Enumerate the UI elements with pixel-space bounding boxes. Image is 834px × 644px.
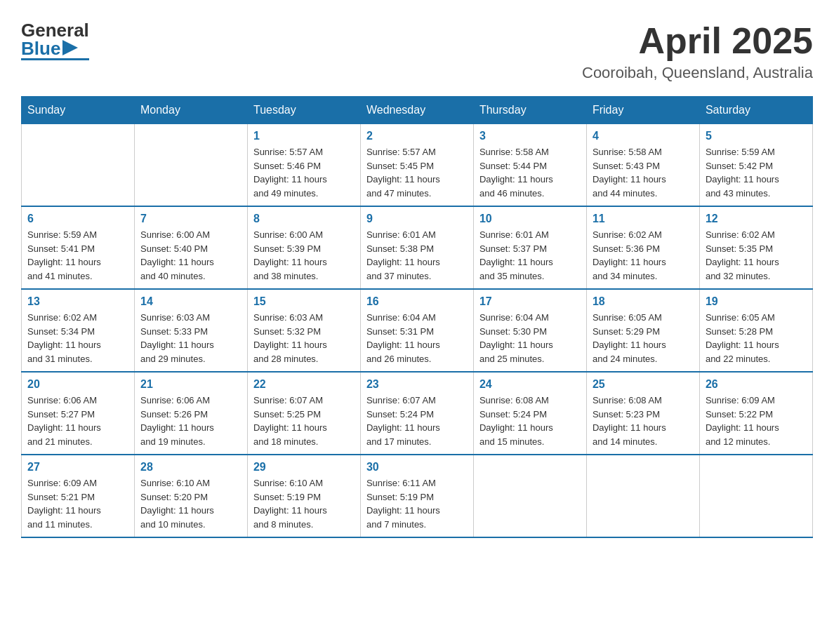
logo-general: General (21, 21, 89, 39)
calendar-cell: 12Sunrise: 6:02 AM Sunset: 5:35 PM Dayli… (699, 206, 812, 289)
day-info: Sunrise: 6:01 AM Sunset: 5:37 PM Dayligh… (479, 228, 581, 283)
location-title: Cooroibah, Queensland, Australia (582, 64, 813, 82)
day-info: Sunrise: 6:07 AM Sunset: 5:25 PM Dayligh… (253, 394, 355, 448)
day-number: 8 (253, 213, 355, 225)
calendar-cell: 16Sunrise: 6:04 AM Sunset: 5:31 PM Dayli… (360, 289, 473, 372)
calendar-cell: 10Sunrise: 6:01 AM Sunset: 5:37 PM Dayli… (473, 206, 586, 289)
weekday-header-monday: Monday (134, 97, 247, 124)
day-info: Sunrise: 6:02 AM Sunset: 5:34 PM Dayligh… (27, 311, 128, 365)
calendar-cell: 9Sunrise: 6:01 AM Sunset: 5:38 PM Daylig… (360, 206, 473, 289)
day-info: Sunrise: 5:58 AM Sunset: 5:44 PM Dayligh… (479, 145, 581, 200)
calendar-cell: 17Sunrise: 6:04 AM Sunset: 5:30 PM Dayli… (473, 289, 586, 372)
day-number: 17 (479, 295, 581, 308)
calendar-cell: 27Sunrise: 6:09 AM Sunset: 5:21 PM Dayli… (22, 455, 135, 537)
day-info: Sunrise: 5:57 AM Sunset: 5:46 PM Dayligh… (253, 145, 355, 200)
calendar-cell: 24Sunrise: 6:08 AM Sunset: 5:24 PM Dayli… (473, 372, 586, 455)
logo-arrow-icon (62, 40, 78, 55)
day-info: Sunrise: 6:11 AM Sunset: 5:19 PM Dayligh… (366, 476, 468, 531)
calendar-cell: 30Sunrise: 6:11 AM Sunset: 5:19 PM Dayli… (360, 455, 473, 537)
day-info: Sunrise: 6:06 AM Sunset: 5:27 PM Dayligh… (27, 394, 128, 448)
calendar-cell: 26Sunrise: 6:09 AM Sunset: 5:22 PM Dayli… (699, 372, 812, 455)
day-info: Sunrise: 5:59 AM Sunset: 5:41 PM Dayligh… (27, 228, 128, 283)
day-info: Sunrise: 6:06 AM Sunset: 5:26 PM Dayligh… (140, 394, 241, 448)
day-number: 21 (140, 378, 241, 391)
calendar-cell (22, 124, 135, 207)
day-number: 18 (593, 295, 694, 308)
day-number: 1 (253, 130, 355, 142)
calendar-header-row: SundayMondayTuesdayWednesdayThursdayFrid… (22, 97, 813, 124)
calendar-week-row: 27Sunrise: 6:09 AM Sunset: 5:21 PM Dayli… (22, 455, 813, 537)
day-number: 19 (706, 295, 807, 308)
day-info: Sunrise: 5:59 AM Sunset: 5:42 PM Dayligh… (706, 145, 807, 200)
calendar-cell: 2Sunrise: 5:57 AM Sunset: 5:45 PM Daylig… (360, 124, 473, 207)
day-info: Sunrise: 6:05 AM Sunset: 5:29 PM Dayligh… (593, 311, 694, 365)
day-info: Sunrise: 5:58 AM Sunset: 5:43 PM Dayligh… (593, 145, 694, 200)
day-number: 10 (479, 213, 581, 225)
day-number: 27 (27, 461, 128, 474)
day-number: 28 (140, 461, 241, 474)
calendar-cell: 15Sunrise: 6:03 AM Sunset: 5:32 PM Dayli… (247, 289, 360, 372)
day-info: Sunrise: 6:03 AM Sunset: 5:32 PM Dayligh… (253, 311, 355, 365)
month-title: April 2025 (582, 21, 813, 61)
day-info: Sunrise: 6:00 AM Sunset: 5:39 PM Dayligh… (253, 228, 355, 283)
day-info: Sunrise: 6:00 AM Sunset: 5:40 PM Dayligh… (140, 228, 241, 283)
day-number: 3 (479, 130, 581, 142)
calendar-table: SundayMondayTuesdayWednesdayThursdayFrid… (21, 96, 813, 538)
weekday-header-sunday: Sunday (22, 97, 135, 124)
calendar-cell: 5Sunrise: 5:59 AM Sunset: 5:42 PM Daylig… (699, 124, 812, 207)
calendar-cell: 13Sunrise: 6:02 AM Sunset: 5:34 PM Dayli… (22, 289, 135, 372)
weekday-header-friday: Friday (586, 97, 699, 124)
day-info: Sunrise: 6:10 AM Sunset: 5:20 PM Dayligh… (140, 476, 241, 531)
title-section: April 2025 Cooroibah, Queensland, Austra… (582, 21, 813, 82)
day-info: Sunrise: 6:03 AM Sunset: 5:33 PM Dayligh… (140, 311, 241, 365)
page-header: General Blue April 2025 Cooroibah, Queen… (21, 21, 813, 82)
day-number: 7 (140, 213, 241, 225)
day-number: 16 (366, 295, 468, 308)
calendar-cell: 25Sunrise: 6:08 AM Sunset: 5:23 PM Dayli… (586, 372, 699, 455)
day-info: Sunrise: 6:05 AM Sunset: 5:28 PM Dayligh… (706, 311, 807, 365)
day-info: Sunrise: 6:01 AM Sunset: 5:38 PM Dayligh… (366, 228, 468, 283)
day-number: 24 (479, 378, 581, 391)
calendar-cell: 19Sunrise: 6:05 AM Sunset: 5:28 PM Dayli… (699, 289, 812, 372)
day-number: 5 (706, 130, 807, 142)
day-number: 2 (366, 130, 468, 142)
day-info: Sunrise: 6:07 AM Sunset: 5:24 PM Dayligh… (366, 394, 468, 448)
logo: General Blue (21, 21, 89, 60)
weekday-header-wednesday: Wednesday (360, 97, 473, 124)
calendar-week-row: 20Sunrise: 6:06 AM Sunset: 5:27 PM Dayli… (22, 372, 813, 455)
weekday-header-tuesday: Tuesday (247, 97, 360, 124)
day-number: 9 (366, 213, 468, 225)
calendar-cell (134, 124, 247, 207)
day-info: Sunrise: 6:08 AM Sunset: 5:24 PM Dayligh… (479, 394, 581, 448)
day-number: 12 (706, 213, 807, 225)
day-info: Sunrise: 6:09 AM Sunset: 5:22 PM Dayligh… (706, 394, 807, 448)
calendar-cell: 3Sunrise: 5:58 AM Sunset: 5:44 PM Daylig… (473, 124, 586, 207)
day-info: Sunrise: 6:04 AM Sunset: 5:31 PM Dayligh… (366, 311, 468, 365)
calendar-cell: 8Sunrise: 6:00 AM Sunset: 5:39 PM Daylig… (247, 206, 360, 289)
calendar-cell (699, 455, 812, 537)
calendar-cell: 1Sunrise: 5:57 AM Sunset: 5:46 PM Daylig… (247, 124, 360, 207)
calendar-cell: 20Sunrise: 6:06 AM Sunset: 5:27 PM Dayli… (22, 372, 135, 455)
calendar-week-row: 1Sunrise: 5:57 AM Sunset: 5:46 PM Daylig… (22, 124, 813, 207)
day-number: 6 (27, 213, 128, 225)
day-number: 15 (253, 295, 355, 308)
calendar-cell: 21Sunrise: 6:06 AM Sunset: 5:26 PM Dayli… (134, 372, 247, 455)
day-number: 25 (593, 378, 694, 391)
calendar-cell (586, 455, 699, 537)
calendar-cell: 4Sunrise: 5:58 AM Sunset: 5:43 PM Daylig… (586, 124, 699, 207)
calendar-week-row: 13Sunrise: 6:02 AM Sunset: 5:34 PM Dayli… (22, 289, 813, 372)
day-info: Sunrise: 5:57 AM Sunset: 5:45 PM Dayligh… (366, 145, 468, 200)
weekday-header-saturday: Saturday (699, 97, 812, 124)
logo-blue: Blue (21, 39, 60, 58)
day-info: Sunrise: 6:02 AM Sunset: 5:35 PM Dayligh… (706, 228, 807, 283)
calendar-week-row: 6Sunrise: 5:59 AM Sunset: 5:41 PM Daylig… (22, 206, 813, 289)
calendar-cell: 11Sunrise: 6:02 AM Sunset: 5:36 PM Dayli… (586, 206, 699, 289)
day-info: Sunrise: 6:10 AM Sunset: 5:19 PM Dayligh… (253, 476, 355, 531)
calendar-cell: 7Sunrise: 6:00 AM Sunset: 5:40 PM Daylig… (134, 206, 247, 289)
calendar-cell: 22Sunrise: 6:07 AM Sunset: 5:25 PM Dayli… (247, 372, 360, 455)
day-number: 4 (593, 130, 694, 142)
calendar-cell: 6Sunrise: 5:59 AM Sunset: 5:41 PM Daylig… (22, 206, 135, 289)
day-number: 22 (253, 378, 355, 391)
calendar-cell: 14Sunrise: 6:03 AM Sunset: 5:33 PM Dayli… (134, 289, 247, 372)
day-number: 23 (366, 378, 468, 391)
